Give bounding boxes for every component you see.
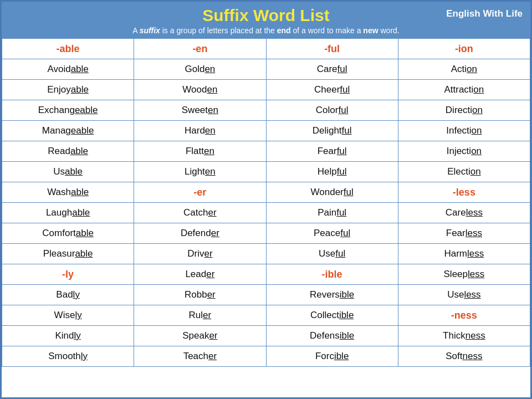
table-row: WiselyRulerCollectible-ness [2,305,530,326]
table-cell: Delightful [266,121,398,141]
table-cell: Reversible [266,285,398,305]
table-cell: Fearless [398,223,530,244]
table-row: EnjoyableWoodenCheerfulAttraction [2,80,530,100]
table-cell: Peaceful [266,223,398,244]
table-cell: Infection [398,121,530,141]
table-row: AvoidableGoldenCarefulAction [2,59,530,80]
table-row: -lyLeader-ibleSleepless [2,264,530,285]
table-cell: Wisely [2,305,134,326]
table-cell: Forcible [266,346,398,367]
table-cell: Wooden [134,80,266,100]
table-row: ExchangeableSweetenColorfulDirection [2,100,530,121]
table-row: BadlyRobberReversibleUseless [2,285,530,305]
table-cell: -less [398,182,530,203]
subtitle-end: end [277,26,291,35]
table-cell: Harmless [398,244,530,264]
table-row: KindlySpeakerDefensibleThickness [2,326,530,346]
table-cell: Softness [398,346,530,367]
table-cell: Leader [134,264,266,285]
column-header-2: -ful [266,39,398,59]
table-cell: Badly [2,285,134,305]
table-row: ReadableFlattenFearfulInjection [2,141,530,162]
table-cell: Careless [398,203,530,223]
table-cell: Usable [2,162,134,182]
table-cell: Injection [398,141,530,162]
table-cell: Enjoyable [2,80,134,100]
table-row: SmoothlyTeacherForcibleSoftness [2,346,530,367]
table-cell: Lighten [134,162,266,182]
table-cell: Painful [266,203,398,223]
table-cell: Collectible [266,305,398,326]
table-cell: Driver [134,244,266,264]
table-cell: Laughable [2,203,134,223]
subtitle: A suffix is a group of letters placed at… [8,26,524,35]
table-row: ComfortableDefenderPeacefulFearless [2,223,530,244]
table-cell: Sweeten [134,100,266,121]
table-cell: Avoidable [2,59,134,80]
table-row: PleasurableDriverUsefulHarmless [2,244,530,264]
table-cell: Action [398,59,530,80]
table-cell: Careful [266,59,398,80]
subtitle-post: word. [378,26,400,35]
subtitle-suffix: suffix [140,26,160,35]
table-row: LaughableCatcherPainfulCareless [2,203,530,223]
column-header-1: -en [134,39,266,59]
table-cell: Useful [266,244,398,264]
table-header-row: -able-en-ful-ion [2,39,530,59]
table-cell: -ible [266,264,398,285]
table-cell: Robber [134,285,266,305]
table-cell: Pleasurable [2,244,134,264]
table-cell: Comfortable [2,223,134,244]
table-cell: Teacher [134,346,266,367]
table-cell: Sleepless [398,264,530,285]
table-cell: Attraction [398,80,530,100]
table-cell: -ly [2,264,134,285]
table-row: ManageableHardenDelightfulInfection [2,121,530,141]
subtitle-mid2: of a word to make a [291,26,364,35]
table-cell: Helpful [266,162,398,182]
word-table: -able-en-ful-ion AvoidableGoldenCarefulA… [2,38,530,367]
page-container: Suffix Word List A suffix is a group of … [0,0,532,399]
table-cell: Direction [398,100,530,121]
table-cell: Speaker [134,326,266,346]
table-cell: -er [134,182,266,203]
table-cell: Golden [134,59,266,80]
brand-label: English With Life [446,8,523,19]
table-cell: Defender [134,223,266,244]
page-header: Suffix Word List A suffix is a group of … [2,2,530,38]
table-cell: Fearful [266,141,398,162]
table-cell: Ruler [134,305,266,326]
table-cell: Election [398,162,530,182]
table-cell: Readable [2,141,134,162]
table-cell: Harden [134,121,266,141]
table-cell: Catcher [134,203,266,223]
table-cell: Defensible [266,326,398,346]
table-row: Washable-erWonderful-less [2,182,530,203]
table-row: UsableLightenHelpfulElection [2,162,530,182]
table-cell: Kindly [2,326,134,346]
table-cell: Thickness [398,326,530,346]
table-cell: Manageable [2,121,134,141]
table-cell: Useless [398,285,530,305]
subtitle-new: new [363,26,378,35]
column-header-0: -able [2,39,134,59]
table-cell: Colorful [266,100,398,121]
table-cell: Wonderful [266,182,398,203]
table-cell: -ness [398,305,530,326]
table-cell: Cheerful [266,80,398,100]
table-cell: Flatten [134,141,266,162]
subtitle-pre: A [132,26,139,35]
table-cell: Smoothly [2,346,134,367]
table-cell: Exchangeable [2,100,134,121]
table-cell: Washable [2,182,134,203]
column-header-3: -ion [398,39,530,59]
subtitle-mid: is a group of letters placed at the [160,26,277,35]
